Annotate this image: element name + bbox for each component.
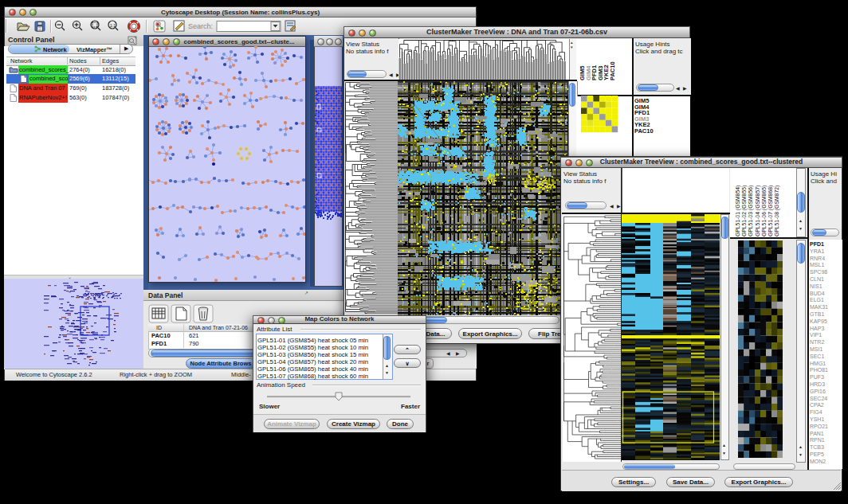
svg-text:GPL51-04 (GSM857): GPL51-04 (GSM857): [755, 186, 761, 236]
svg-text:GPL51-03 (GSM856): GPL51-03 (GSM856): [748, 186, 754, 236]
svg-text:GPL51-08 (GSM872): GPL51-08 (GSM872): [774, 186, 780, 236]
svg-text:GPL51-01 (GSM854): GPL51-01 (GSM854): [735, 186, 741, 236]
svg-text:GPL51-06 (GSM865): GPL51-06 (GSM865): [761, 186, 768, 236]
svg-text:GPL51-07 (GSM868): GPL51-07 (GSM868): [768, 186, 774, 236]
svg-text:Search:: Search:: [188, 22, 213, 30]
svg-text:1:1: 1:1: [110, 23, 116, 28]
svg-text:PAC10: PAC10: [609, 61, 616, 80]
svg-text:GPL51-02 (GSM855): GPL51-02 (GSM855): [741, 186, 748, 236]
